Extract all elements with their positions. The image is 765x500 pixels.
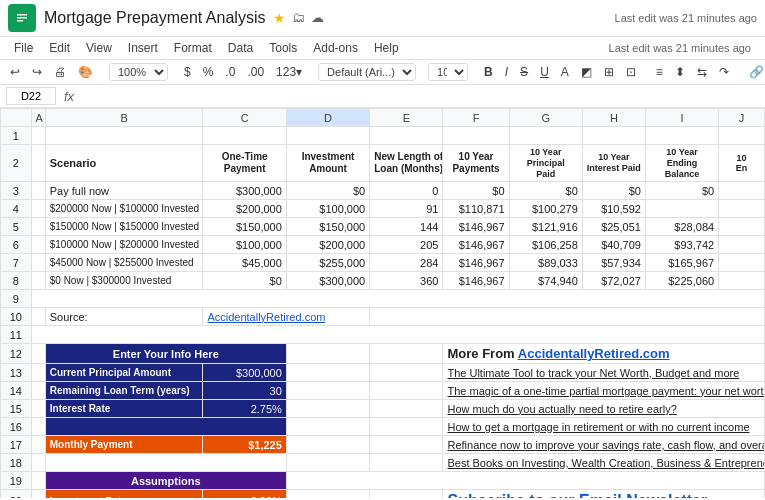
col-header-b[interactable]: B xyxy=(45,109,203,127)
col-header-a[interactable]: A xyxy=(31,109,45,127)
percent-button[interactable]: % xyxy=(199,63,218,81)
cell-c10[interactable]: AccidentallyRetired.com xyxy=(203,308,370,326)
cell-j4[interactable] xyxy=(719,200,765,218)
cell-f8[interactable]: $146,967 xyxy=(443,272,509,290)
cell-i1[interactable] xyxy=(645,127,718,145)
cell-j6[interactable] xyxy=(719,236,765,254)
menu-help[interactable]: Help xyxy=(368,39,405,57)
menu-insert[interactable]: Insert xyxy=(122,39,164,57)
link-1[interactable]: The Ultimate Tool to track your Net Wort… xyxy=(443,364,765,382)
cell-g3[interactable]: $0 xyxy=(509,182,582,200)
cell-b13[interactable]: Current Principal Amount xyxy=(45,364,203,382)
cell-a6[interactable] xyxy=(31,236,45,254)
merge-button[interactable]: ⊡ xyxy=(622,63,640,81)
cell-h7[interactable]: $57,934 xyxy=(582,254,645,272)
cell-c5[interactable]: $150,000 xyxy=(203,218,286,236)
cell-j1[interactable] xyxy=(719,127,765,145)
cell-i5[interactable]: $28,084 xyxy=(645,218,718,236)
strikethrough-button[interactable]: S xyxy=(516,63,532,81)
borders-button[interactable]: ⊞ xyxy=(600,63,618,81)
menu-tools[interactable]: Tools xyxy=(263,39,303,57)
cell-bc18[interactable] xyxy=(45,454,286,472)
cell-i3[interactable]: $0 xyxy=(645,182,718,200)
cell-d1[interactable] xyxy=(286,127,369,145)
cell-e8[interactable]: 360 xyxy=(370,272,443,290)
cell-a18[interactable] xyxy=(31,454,45,472)
cell-d2[interactable]: InvestmentAmount xyxy=(286,145,369,182)
cell-a1[interactable] xyxy=(31,127,45,145)
italic-button[interactable]: I xyxy=(501,63,512,81)
cell-e7[interactable]: 284 xyxy=(370,254,443,272)
cell-b14[interactable]: Remaining Loan Term (years) xyxy=(45,382,203,400)
col-header-i[interactable]: I xyxy=(645,109,718,127)
cell-c4[interactable]: $200,000 xyxy=(203,200,286,218)
subscribe-link[interactable]: Subscribe to our Email Newsletter xyxy=(443,490,765,498)
link-6[interactable]: Best Books on Investing, Wealth Creation… xyxy=(443,454,765,472)
cell-d18[interactable] xyxy=(286,454,369,472)
align-button[interactable]: ≡ xyxy=(652,63,667,81)
cell-c8[interactable]: $0 xyxy=(203,272,286,290)
cell-g2[interactable]: 10 YearPrincipalPaid xyxy=(509,145,582,182)
cell-d15[interactable] xyxy=(286,400,369,418)
cell-h5[interactable]: $25,051 xyxy=(582,218,645,236)
underline-button[interactable]: U xyxy=(536,63,553,81)
link-2[interactable]: The magic of a one-time partial mortgage… xyxy=(443,382,765,400)
cell-d6[interactable]: $200,000 xyxy=(286,236,369,254)
drive-icon[interactable]: 🗂 xyxy=(292,10,305,26)
cell-f7[interactable]: $146,967 xyxy=(443,254,509,272)
currency-button[interactable]: $ xyxy=(180,63,195,81)
font-size-select[interactable]: 10 xyxy=(428,63,468,81)
cell-j3[interactable] xyxy=(719,182,765,200)
link-4[interactable]: How to get a mortgage in retirement or w… xyxy=(443,418,765,436)
text-color-button[interactable]: A xyxy=(557,63,573,81)
undo-button[interactable]: ↩ xyxy=(6,63,24,81)
cell-f5[interactable]: $146,967 xyxy=(443,218,509,236)
cell-d8[interactable]: $300,000 xyxy=(286,272,369,290)
cell-b10[interactable]: Source: xyxy=(45,308,203,326)
cell-g8[interactable]: $74,940 xyxy=(509,272,582,290)
cell-d20[interactable] xyxy=(286,490,369,498)
menu-addons[interactable]: Add-ons xyxy=(307,39,364,57)
cell-e2[interactable]: New Length ofLoan (Months) xyxy=(370,145,443,182)
cell-e15[interactable] xyxy=(370,400,443,418)
cell-e13[interactable] xyxy=(370,364,443,382)
cell-a17[interactable] xyxy=(31,436,45,454)
cell-h1[interactable] xyxy=(582,127,645,145)
cell-e5[interactable]: 144 xyxy=(370,218,443,236)
cell-f2[interactable]: 10 YearPayments xyxy=(443,145,509,182)
cell-d14[interactable] xyxy=(286,382,369,400)
rotate-button[interactable]: ↷ xyxy=(715,63,733,81)
col-header-c[interactable]: C xyxy=(203,109,286,127)
redo-button[interactable]: ↪ xyxy=(28,63,46,81)
cell-i7[interactable]: $165,967 xyxy=(645,254,718,272)
cell-g7[interactable]: $89,033 xyxy=(509,254,582,272)
cell-e17[interactable] xyxy=(370,436,443,454)
cell-d13[interactable] xyxy=(286,364,369,382)
col-header-j[interactable]: J xyxy=(719,109,765,127)
cell-e16[interactable] xyxy=(370,418,443,436)
cell-i8[interactable]: $225,060 xyxy=(645,272,718,290)
print-button[interactable]: 🖨 xyxy=(50,63,70,81)
col-header-d[interactable]: D xyxy=(286,109,369,127)
cell-i6[interactable]: $93,742 xyxy=(645,236,718,254)
cell-d4[interactable]: $100,000 xyxy=(286,200,369,218)
star-icon[interactable]: ★ xyxy=(273,10,286,26)
menu-data[interactable]: Data xyxy=(222,39,259,57)
link-3[interactable]: How much do you actually need to retire … xyxy=(443,400,765,418)
cell-a13[interactable] xyxy=(31,364,45,382)
cell-c2[interactable]: One-TimePayment xyxy=(203,145,286,182)
cell-i4[interactable] xyxy=(645,200,718,218)
formula-input[interactable] xyxy=(82,88,759,104)
cell-c14[interactable]: 30 xyxy=(203,382,286,400)
cell-h8[interactable]: $72,027 xyxy=(582,272,645,290)
cell-c13[interactable]: $300,000 xyxy=(203,364,286,382)
cell-a7[interactable] xyxy=(31,254,45,272)
cell-b2[interactable]: Scenario xyxy=(45,145,203,182)
cell-f1[interactable] xyxy=(443,127,509,145)
cell-a16[interactable] xyxy=(31,418,45,436)
cell-j8[interactable] xyxy=(719,272,765,290)
paint-format-button[interactable]: 🎨 xyxy=(74,63,97,81)
cell-c1[interactable] xyxy=(203,127,286,145)
cell-c3[interactable]: $300,000 xyxy=(203,182,286,200)
cell-bc16[interactable] xyxy=(45,418,286,436)
